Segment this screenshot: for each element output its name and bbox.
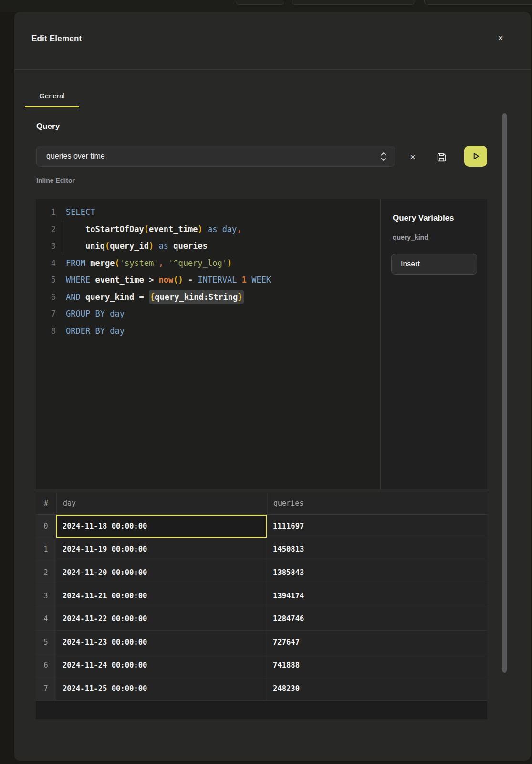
sql-editor: 1SELECT2 toStartOfDay(event_time) as day… — [36, 199, 487, 489]
code-content: ORDER BY day — [66, 326, 125, 336]
play-icon — [469, 150, 482, 162]
code-token — [164, 258, 168, 268]
results-table-header: # day queries — [36, 492, 487, 515]
code-token: merge — [90, 258, 115, 268]
header-divider — [14, 69, 531, 70]
row-index-cell[interactable]: 5 — [36, 631, 56, 654]
code-token: queries — [173, 241, 208, 251]
query-section-heading: Query — [36, 122, 60, 131]
queries-cell[interactable]: 727647 — [267, 631, 487, 654]
code-token — [168, 241, 173, 251]
code-line[interactable]: 6AND query_kind = {query_kind:String} — [36, 289, 380, 306]
background-toolbar-button[interactable] — [236, 0, 284, 5]
day-cell[interactable]: 2024-11-25 00:00:00 — [56, 677, 267, 700]
queries-cell[interactable]: 741888 — [267, 654, 487, 678]
code-content: SELECT — [66, 207, 95, 217]
line-number: 8 — [36, 323, 56, 340]
indent-guide — [63, 221, 63, 255]
code-token — [144, 292, 149, 302]
code-token: day — [110, 326, 125, 336]
code-token: } — [238, 290, 243, 304]
code-token: ' — [222, 258, 227, 268]
code-token: ( — [144, 224, 149, 234]
save-button[interactable] — [435, 150, 448, 164]
code-token: , — [159, 258, 164, 268]
table-row: 42024-11-22 00:00:001284746 — [36, 607, 487, 631]
tab-general[interactable]: General — [25, 85, 79, 107]
code-line[interactable]: 7GROUP BY day — [36, 306, 380, 323]
clear-x-icon: × — [410, 152, 415, 162]
code-token — [134, 292, 139, 302]
table-row: 72024-11-25 00:00:00248230 — [36, 677, 487, 700]
row-index-cell[interactable]: 3 — [36, 584, 56, 608]
day-cell[interactable]: 2024-11-19 00:00:00 — [56, 538, 267, 562]
column-header-queries[interactable]: queries — [268, 492, 487, 514]
close-icon[interactable]: × — [493, 31, 508, 45]
page-root: Edit Element × General Query queries ove… — [0, 0, 532, 764]
code-token: ) — [227, 258, 232, 268]
day-cell[interactable]: 2024-11-24 00:00:00 — [56, 654, 267, 678]
code-token: query_kind:String — [155, 290, 238, 304]
code-token — [105, 309, 110, 318]
day-cell[interactable]: 2024-11-20 00:00:00 — [56, 561, 267, 584]
code-line[interactable]: 1SELECT — [36, 204, 380, 221]
day-cell[interactable]: 2024-11-22 00:00:00 — [56, 607, 267, 631]
code-token: { — [149, 290, 155, 304]
code-token: ) — [178, 275, 183, 285]
code-line[interactable]: 5WHERE event_time > now() - INTERVAL 1 W… — [36, 272, 380, 289]
day-cell-selected[interactable]: 2024-11-18 00:00:00 — [56, 515, 267, 538]
code-token: uniq — [85, 241, 105, 251]
code-line[interactable]: 4FROM merge('system', '^query_log') — [36, 255, 380, 272]
clear-query-button[interactable]: × — [407, 151, 418, 163]
line-number: 1 — [36, 204, 56, 221]
code-token: event_time — [149, 224, 198, 234]
chevron-up-down-icon — [380, 151, 387, 162]
line-number: 6 — [36, 289, 56, 306]
background-toolbar-button[interactable] — [292, 0, 415, 5]
run-query-button[interactable] — [464, 146, 487, 167]
line-number: 2 — [36, 221, 56, 238]
code-token: ' — [168, 258, 173, 268]
code-content: toStartOfDay(event_time) as day, — [66, 224, 242, 234]
insert-variable-button[interactable]: Insert — [391, 254, 477, 275]
column-header-index[interactable]: # — [36, 492, 57, 514]
code-content: uniq(query_id) as queries — [66, 241, 208, 251]
code-token — [154, 275, 158, 285]
code-token: now — [159, 275, 174, 285]
code-token — [90, 326, 95, 336]
queries-cell[interactable]: 1111697 — [267, 515, 487, 538]
code-token: WEEK — [251, 275, 271, 285]
row-index-cell[interactable]: 1 — [36, 538, 56, 562]
code-token — [66, 241, 85, 251]
query-select[interactable]: queries over time — [36, 146, 395, 167]
line-number: 7 — [36, 306, 56, 323]
queries-cell[interactable]: 248230 — [267, 677, 487, 700]
row-index-cell[interactable]: 7 — [36, 677, 56, 700]
day-cell[interactable]: 2024-11-21 00:00:00 — [56, 584, 267, 608]
code-token: ' — [120, 258, 125, 268]
column-header-day[interactable]: day — [57, 492, 268, 514]
code-pane[interactable]: 1SELECT2 toStartOfDay(event_time) as day… — [36, 199, 380, 489]
code-token — [90, 309, 95, 318]
row-index-cell[interactable]: 4 — [36, 607, 56, 631]
code-line[interactable]: 2 toStartOfDay(event_time) as day, — [36, 221, 380, 238]
day-cell[interactable]: 2024-11-23 00:00:00 — [56, 631, 267, 654]
code-token: GROUP — [66, 309, 90, 318]
code-token: ) — [149, 241, 154, 251]
code-token: BY — [95, 326, 104, 336]
code-token: ( — [105, 241, 110, 251]
code-token: > — [149, 275, 154, 285]
row-index-cell[interactable]: 0 — [36, 515, 56, 538]
modal-scrollbar-thumb[interactable] — [502, 113, 507, 673]
code-line[interactable]: 3 uniq(query_id) as queries — [36, 238, 380, 255]
queries-cell[interactable]: 1450813 — [267, 538, 487, 562]
background-toolbar-button[interactable] — [424, 0, 532, 5]
row-index-cell[interactable]: 6 — [36, 654, 56, 678]
queries-cell[interactable]: 1284746 — [267, 607, 487, 631]
queries-cell[interactable]: 1385843 — [267, 561, 487, 584]
inline-editor-label: Inline Editor — [36, 177, 75, 184]
code-token: INTERVAL — [198, 275, 237, 285]
queries-cell[interactable]: 1394174 — [267, 584, 487, 608]
code-line[interactable]: 8ORDER BY day — [36, 323, 380, 340]
row-index-cell[interactable]: 2 — [36, 561, 56, 584]
